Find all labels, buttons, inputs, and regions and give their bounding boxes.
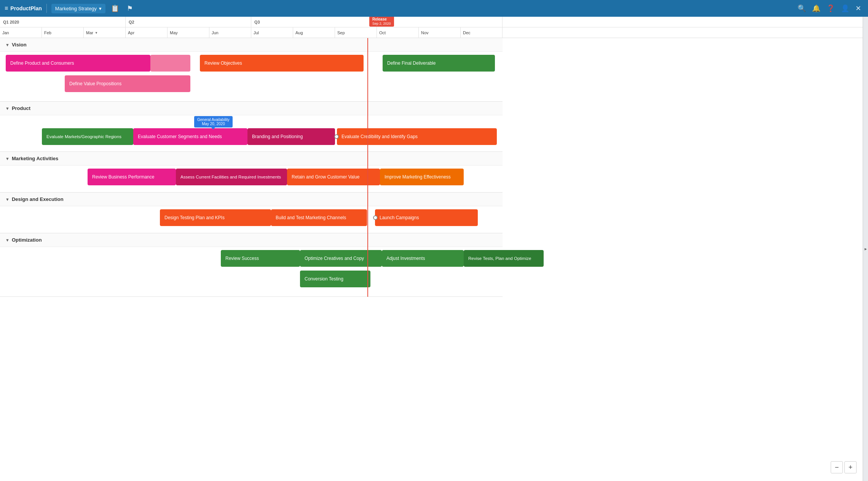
optimization-label: Optimization	[12, 237, 42, 243]
close-button[interactable]: ✕	[853, 3, 863, 14]
vision-header[interactable]: ▼ Vision	[0, 38, 503, 52]
month-oct: Oct	[377, 27, 419, 38]
ga-milestone-row: General AvailabilityMay 20, 2020	[0, 115, 503, 127]
design-header[interactable]: ▼ Design and Execution	[0, 193, 503, 206]
user-icon: 👤	[841, 5, 849, 12]
optimization-caret-icon[interactable]: ▼	[5, 238, 10, 242]
design-label: Design and Execution	[12, 196, 64, 202]
app-name: ProductPlan	[10, 5, 41, 11]
bar-design-testing[interactable]: Design Testing Plan and KPIs	[160, 209, 271, 226]
vision-bars: Define Product and Consumers Review Obje…	[0, 52, 503, 101]
bar-assess-facilities[interactable]: Assess Current Facilities and Required I…	[176, 169, 287, 185]
month-jun: Jun	[209, 27, 251, 38]
release-line	[367, 38, 368, 297]
quarters-row: Q1 2020 Q2 Q3 ReleaseSep 2, 2020 Q4	[0, 17, 863, 27]
bar-define-value-label: Define Value Propositions	[69, 81, 121, 86]
q4-label: Q4	[377, 17, 503, 27]
bookmark-button[interactable]: ⚑	[124, 3, 135, 14]
bar-improve-marketing[interactable]: Improve Marketing Effectiveness	[380, 169, 464, 185]
design-section: ▼ Design and Execution Design Testing Pl…	[0, 193, 503, 233]
optimization-section: ▼ Optimization Review Success Optimize C…	[0, 233, 503, 297]
bar-branding[interactable]: Branding and Positioning	[247, 128, 335, 145]
help-icon: ❓	[827, 5, 835, 12]
plan-dropdown[interactable]: Marketing Strategy ▾	[51, 4, 105, 13]
bar-revise-tests[interactable]: Revise Tests, Plan and Optimize	[464, 250, 544, 267]
branding-milestone-dot	[334, 134, 339, 139]
bar-adjust-investments[interactable]: Adjust Investments	[382, 250, 464, 267]
bar-review-business[interactable]: Review Business Performance	[88, 169, 176, 185]
bar-review-objectives[interactable]: Review Objectives	[200, 55, 364, 72]
bar-define-value[interactable]: Define Value Propositions	[65, 75, 190, 92]
vision-label: Vision	[12, 42, 27, 48]
optimization-header[interactable]: ▼ Optimization	[0, 233, 503, 247]
month-jul: Jul	[251, 27, 293, 38]
bar-optimize-creatives-label: Optimize Creatives and Copy	[305, 256, 364, 261]
sidebar-arrow-icon: ▸	[865, 246, 867, 252]
bar-conversion-testing[interactable]: Conversion Testing	[300, 271, 370, 287]
bar-evaluate-markets[interactable]: Evaluate Markets/Geographic Regions	[42, 128, 133, 145]
q3-label: Q3 ReleaseSep 2, 2020	[251, 17, 377, 27]
bar-retain-grow[interactable]: Retain and Grow Customer Value	[287, 169, 380, 185]
bar-define-product[interactable]: Define Product and Consumers	[6, 55, 150, 72]
bar-revise-tests-label: Revise Tests, Plan and Optimize	[468, 256, 531, 261]
zoom-controls: − +	[831, 461, 857, 473]
month-sep: Sep	[335, 27, 377, 38]
product-section: ▼ Product General AvailabilityMay 20, 20…	[0, 102, 503, 152]
product-bars: Evaluate Markets/Geographic Regions Eval…	[0, 127, 503, 151]
bar-build-test-label: Build and Test Marketing Channels	[276, 215, 346, 220]
ga-tooltip: General AvailabilityMay 20, 2020	[194, 116, 233, 127]
vision-caret-icon[interactable]: ▼	[5, 43, 10, 47]
bar-build-test[interactable]: Build and Test Marketing Channels	[271, 209, 367, 226]
user-button[interactable]: 👤	[839, 3, 852, 14]
marketing-header[interactable]: ▼ Marketing Activities	[0, 152, 503, 166]
bar-define-final[interactable]: Define Final Deliverable	[383, 55, 495, 72]
gantt-container[interactable]: Q1 2020 Q2 Q3 ReleaseSep 2, 2020 Q4 Jan …	[0, 17, 863, 481]
month-nov: Nov	[419, 27, 461, 38]
bar-define-final-label: Define Final Deliverable	[387, 61, 436, 66]
zoom-out-icon: −	[835, 463, 839, 471]
release-badge: ReleaseSep 2, 2020	[369, 17, 394, 27]
month-mar: Mar	[84, 27, 126, 38]
product-caret-icon[interactable]: ▼	[5, 106, 10, 111]
design-caret-icon[interactable]: ▼	[5, 197, 10, 202]
bar-improve-marketing-label: Improve Marketing Effectiveness	[385, 174, 451, 180]
timeline-header: Q1 2020 Q2 Q3 ReleaseSep 2, 2020 Q4 Jan …	[0, 17, 863, 38]
copy-button[interactable]: 📋	[108, 3, 121, 14]
design-bars: Design Testing Plan and KPIs Build and T…	[0, 206, 503, 233]
notifications-button[interactable]: 🔔	[810, 3, 823, 14]
months-row: Jan Feb Mar Apr May Jun Jul Aug Sep Oct …	[0, 27, 863, 38]
bar-review-success[interactable]: Review Success	[221, 250, 300, 267]
bar-optimize-creatives[interactable]: Optimize Creatives and Copy	[300, 250, 382, 267]
bar-assess-facilities-label: Assess Current Facilities and Required I…	[180, 174, 281, 180]
optimization-bars: Review Success Optimize Creatives and Co…	[0, 247, 503, 296]
marketing-bars: Review Business Performance Assess Curre…	[0, 166, 503, 192]
bar-launch-campaigns-label: Launch Campaigns	[380, 215, 419, 220]
zoom-in-icon: +	[849, 463, 853, 471]
bar-evaluate-credibility[interactable]: Evaluate Credibility and Identify Gaps	[337, 128, 497, 145]
bar-evaluate-customers[interactable]: Evaluate Customer Segments and Needs	[133, 128, 247, 145]
marketing-caret-icon[interactable]: ▼	[5, 156, 10, 161]
zoom-out-button[interactable]: −	[831, 461, 843, 473]
bar-launch-campaigns[interactable]: Launch Campaigns	[375, 209, 478, 226]
marketing-label: Marketing Activities	[12, 156, 58, 161]
month-may: May	[168, 27, 209, 38]
q2-label: Q2	[126, 17, 251, 27]
bar-review-objectives-label: Review Objectives	[204, 61, 242, 66]
month-dec: Dec	[461, 27, 503, 38]
bookmark-icon: ⚑	[127, 5, 133, 12]
app-logo: ≡ ProductPlan	[5, 5, 42, 12]
help-button[interactable]: ❓	[824, 3, 837, 14]
bar-review-business-label: Review Business Performance	[92, 174, 154, 180]
right-sidebar-collapse[interactable]: ▸	[863, 17, 868, 481]
bar-retain-grow-label: Retain and Grow Customer Value	[292, 174, 360, 180]
gantt-body: ▼ Vision Define Product and Consumers Re…	[0, 38, 503, 297]
nav-divider	[46, 4, 47, 13]
vision-section: ▼ Vision Define Product and Consumers Re…	[0, 38, 503, 102]
search-button[interactable]: 🔍	[795, 3, 808, 14]
bar-review-success-label: Review Success	[225, 256, 259, 261]
hamburger-icon[interactable]: ≡	[5, 5, 8, 12]
launch-milestone-dot	[373, 215, 378, 220]
copy-icon: 📋	[111, 5, 119, 12]
zoom-in-button[interactable]: +	[844, 461, 857, 473]
product-header[interactable]: ▼ Product	[0, 102, 503, 115]
